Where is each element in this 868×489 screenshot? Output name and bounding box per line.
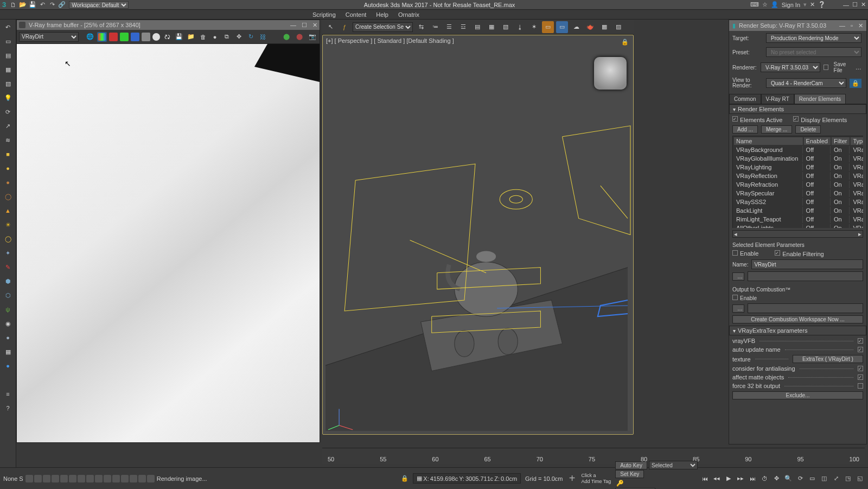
brush-icon[interactable]: ✎ [3, 262, 14, 272]
user-icon[interactable]: 👤 [771, 1, 778, 8]
render-setup-titlebar[interactable]: ▮ Render Setup: V-Ray RT 3.50.03 — ▫ ✕ [729, 20, 866, 31]
menu-ornatrix[interactable]: Ornatrix [398, 11, 419, 18]
key-icon[interactable]: 🔑 [615, 478, 625, 488]
max-view-icon[interactable]: ▭ [807, 474, 817, 484]
col-enabled[interactable]: Enabled [804, 137, 831, 145]
layers2-icon[interactable]: ☲ [457, 21, 469, 33]
iso-icon[interactable]: ▦ [417, 475, 422, 482]
sun-icon[interactable]: ☀ [3, 219, 14, 230]
star-icon[interactable]: ☆ [762, 1, 768, 8]
rgb-all-icon[interactable] [97, 32, 107, 42]
setkey-button[interactable]: Set Key [615, 470, 644, 478]
vfb-maximize-icon[interactable]: ☐ [302, 22, 307, 29]
menu-scripting[interactable]: Scripting [312, 11, 336, 18]
spacewarps-icon[interactable]: ≋ [3, 135, 14, 145]
link2-icon[interactable]: ⛓ [258, 32, 267, 42]
vp-paint-icon[interactable]: ƒ [339, 21, 350, 33]
table-row[interactable]: BackLightOffOnVRayLightS [734, 207, 863, 214]
grid-icon[interactable]: ▦ [3, 346, 14, 357]
goto-end-icon[interactable]: ⏭ [748, 474, 757, 484]
lock-sel-icon[interactable]: 🔒 [401, 475, 409, 482]
close-icon[interactable]: ✕ [861, 1, 866, 8]
ball-icon[interactable]: ● [3, 332, 14, 343]
keys-icon[interactable]: ⌨ [750, 1, 759, 8]
region-icon[interactable]: ◳ [843, 474, 853, 484]
sign-in-link[interactable]: Sign In [782, 2, 800, 8]
combustion-browse-button[interactable]: … [732, 304, 744, 313]
perspective-viewport[interactable]: [+] [ Perspective ] [ Standard ] [Defaul… [322, 35, 634, 435]
globe-icon[interactable]: 🌐 [85, 32, 95, 42]
vfb-image-view[interactable]: ↖ [17, 44, 320, 442]
help-tool-icon[interactable]: ? [3, 403, 14, 414]
vfb-titlebar[interactable]: V-Ray frame buffer - [25% of 2867 x 3840… [17, 20, 320, 30]
enable-checkbox[interactable] [732, 250, 738, 256]
combustion-path-field[interactable] [748, 303, 863, 313]
vfb-minimize-icon[interactable]: — [290, 22, 296, 29]
panel-close-icon[interactable]: ✕ [858, 22, 863, 29]
swap-icon[interactable]: 🗘 [162, 32, 172, 42]
x-field[interactable]: 4159.698c [430, 475, 458, 482]
exchange-icon[interactable]: ✕ [810, 1, 815, 8]
target-select[interactable]: Production Rendering Mode [766, 33, 861, 43]
sphere-icon[interactable]: ● [3, 163, 14, 174]
render-start-icon[interactable]: ⬤ [282, 32, 291, 42]
vp-arrow-icon[interactable]: ↖ [324, 21, 336, 33]
render-setup-icon[interactable]: ▭ [542, 21, 554, 33]
param-checkbox[interactable] [858, 383, 863, 389]
viewport-label[interactable]: [+] [ Perspective ] [ Standard ] [Defaul… [326, 37, 454, 44]
key-mode-select[interactable]: Selected [649, 461, 698, 469]
cloud-icon[interactable]: ☁ [570, 21, 582, 33]
curve-icon[interactable]: ▦ [486, 21, 497, 33]
checker-icon[interactable]: ▨ [612, 21, 624, 33]
exclude-button[interactable]: Exclude... [732, 391, 863, 399]
orbit-icon[interactable]: ⟳ [795, 474, 805, 484]
folder-icon[interactable]: 📁 [186, 32, 196, 42]
table-row[interactable]: VRayLightingOffOnVRayLightin [734, 163, 863, 171]
play-icon[interactable]: ▶ [724, 474, 733, 484]
table-row[interactable]: AllOtherLightsOffOnVRayLightS [734, 224, 863, 228]
redo-icon[interactable]: ↷ [48, 1, 56, 9]
camera-icon[interactable]: ⟳ [3, 106, 14, 117]
savefile-browse-icon[interactable]: … [856, 64, 861, 71]
mirror-icon[interactable]: ⇆ [415, 21, 427, 33]
minmax-icon[interactable]: ◱ [855, 474, 865, 484]
texture-button[interactable]: ExtraTex ( VRayDirt ) [793, 355, 863, 363]
undo-tool-icon[interactable]: ↶ [3, 22, 14, 33]
table-row[interactable]: VRayGlobalIlluminationOffOnVRayGlobal [734, 155, 863, 162]
grid2-icon[interactable]: ▩ [598, 21, 610, 33]
elements-active-checkbox[interactable] [732, 116, 738, 122]
goto-start-icon[interactable]: ⏮ [700, 474, 710, 484]
elements-table[interactable]: Name Enabled Filter Type VRayBackgroundO… [732, 136, 863, 228]
menu-help[interactable]: Help [376, 11, 388, 18]
save-frame-icon[interactable]: 💾 [174, 32, 184, 42]
add-time-tag-icon[interactable]: + [567, 474, 577, 484]
elem-browse-button[interactable]: … [732, 272, 744, 281]
mono-channel-icon[interactable] [152, 33, 160, 41]
tab-vray-rt[interactable]: V-Ray RT [761, 94, 794, 104]
preset-select[interactable]: No preset selected [766, 47, 861, 57]
combustion-enable-checkbox[interactable] [732, 295, 738, 300]
savefile-checkbox[interactable] [824, 65, 828, 70]
panel-minimize-icon[interactable]: — [839, 22, 845, 29]
rollout-vray-extratex[interactable]: ▾ VRayExtraTex parameters [729, 326, 866, 335]
pan-icon[interactable]: ✥ [771, 474, 781, 484]
table-row[interactable]: VRaySSS2OffOnVRaySSS2 [734, 198, 863, 206]
new-icon[interactable]: 🗋 [9, 1, 17, 9]
workspace-selector[interactable]: Workspace: Default [69, 1, 129, 9]
lights-icon[interactable]: 💡 [3, 92, 14, 103]
frame-icon[interactable]: ▭ [556, 21, 568, 33]
trash-icon[interactable]: 🗑 [198, 32, 208, 42]
utility-icon[interactable]: ▧ [3, 78, 14, 89]
display-elements-checkbox[interactable] [793, 116, 799, 122]
green-channel-icon[interactable] [120, 33, 129, 41]
param-checkbox[interactable] [858, 374, 863, 380]
elem-name-field[interactable] [751, 259, 863, 269]
col-name[interactable]: Name [734, 137, 803, 145]
lock-view-icon[interactable]: 🔒 [850, 79, 861, 88]
enable-filtering-checkbox[interactable] [775, 250, 780, 256]
align-icon[interactable]: ≔ [429, 21, 441, 33]
help-icon[interactable]: ❔ [818, 1, 826, 8]
table-row[interactable]: RimLight_TeapotOffOnVRayLightS [734, 215, 863, 223]
maximize-icon[interactable]: ☐ [852, 1, 858, 8]
field-icon[interactable]: ◫ [819, 474, 829, 484]
